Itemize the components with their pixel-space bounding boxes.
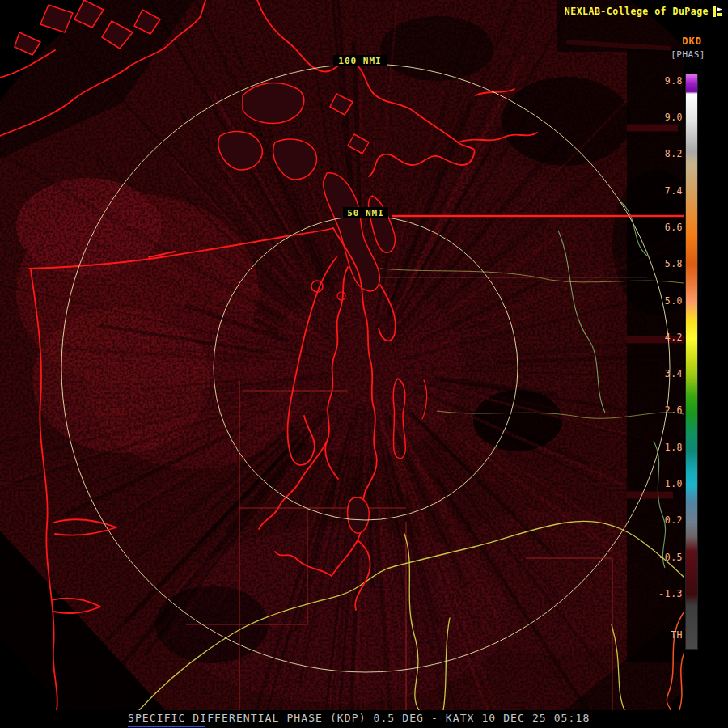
colorbar-tick-label: 5.8 xyxy=(657,258,683,269)
brand: NEXLAB-College of DuPage xyxy=(565,6,723,17)
status-bar-text: SPECIFIC DIFFERENTIAL PHASE (KDP) 0.5 DE… xyxy=(128,712,590,724)
svg-text:50 NMI: 50 NMI xyxy=(347,208,384,218)
colorbar-tick-label: 1.0 xyxy=(657,478,683,489)
radar-map: 50 NMI 100 NMI xyxy=(0,0,684,710)
colorbar-tick-label: 3.4 xyxy=(657,368,683,379)
colorbar-tick-labels: 9.89.08.27.46.65.85.04.23.42.61.81.00.2-… xyxy=(657,74,683,649)
brand-text: NEXLAB-College of DuPage xyxy=(565,6,709,17)
colorbar-tick-label: 7.4 xyxy=(657,185,683,197)
colorbar: 9.89.08.27.46.65.85.04.23.42.61.81.00.2-… xyxy=(657,74,707,649)
radar-display: 50 NMI 100 NMI NEXLAB-College of DuPage … xyxy=(0,0,728,728)
svg-text:100 NMI: 100 NMI xyxy=(338,56,381,66)
colorbar-tick-label: 9.8 xyxy=(657,75,683,87)
colorbar-tick-label: 6.6 xyxy=(657,222,683,233)
colorbar-tick-label: 0.2 xyxy=(657,514,683,526)
colorbar-tick-label: 2.6 xyxy=(657,404,683,416)
units-label: [PHAS] xyxy=(671,49,705,60)
colorbar-tick-label: 9.0 xyxy=(657,112,683,123)
range-ring-label-50: 50 NMI xyxy=(343,207,388,218)
colorbar-tick-label: 5.0 xyxy=(657,295,683,307)
colorbar-threshold-label: TH xyxy=(657,629,683,641)
cod-logo-icon xyxy=(713,6,723,17)
colorbar-tick-label: -0.5 xyxy=(657,552,683,563)
product-code-label: DKD xyxy=(682,36,702,47)
colorbar-gradient xyxy=(686,74,697,649)
range-ring-label-100: 100 NMI xyxy=(333,55,387,66)
status-underline xyxy=(128,726,205,727)
colorbar-tick-label: 1.8 xyxy=(657,442,683,453)
colorbar-tick-label: -1.3 xyxy=(657,588,683,599)
colorbar-tick-label: 8.2 xyxy=(657,148,683,159)
colorbar-tick-label: 4.2 xyxy=(657,332,683,343)
